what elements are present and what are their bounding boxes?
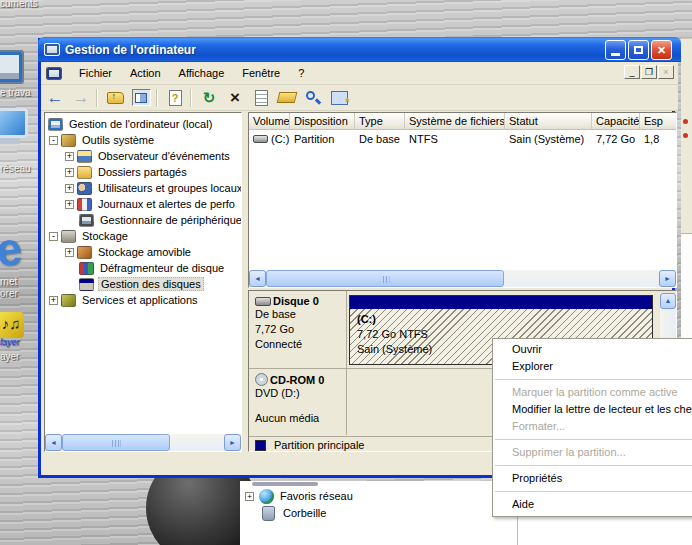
network-places-icon[interactable] (0, 108, 28, 138)
menu-item-explorer[interactable]: Explorer (493, 358, 692, 375)
menu-separator (495, 491, 692, 492)
internet-explorer-icon[interactable]: e (0, 221, 24, 277)
tree-item-dossiers-partages[interactable]: + Dossiers partagés (45, 164, 241, 180)
column-systeme-fichiers[interactable]: Système de fichiers (405, 113, 505, 130)
menu-separator (495, 379, 692, 380)
scroll-up-icon[interactable]: ▲ (660, 293, 676, 309)
mdi-minimize-button[interactable]: _ (624, 65, 640, 79)
show-hide-console-tree-icon[interactable] (129, 87, 153, 109)
menu-fenetre[interactable]: Fenêtre (233, 65, 289, 81)
menu-item-marquer-active: Marquer la partition comme active (493, 384, 692, 401)
help-icon[interactable]: ? (163, 87, 187, 109)
menu-item-modifier-lettre[interactable]: Modifier la lettre de lecteur et les che… (493, 401, 692, 418)
volume-list-panel: Volume Disposition Type Système de fichi… (248, 112, 677, 288)
menu-item-aide[interactable]: Aide (493, 496, 692, 513)
column-capacite[interactable]: Capacité (592, 113, 640, 130)
tree-item-stockage[interactable]: - Stockage (45, 228, 241, 244)
tree-item-gestionnaire-peripheriques[interactable]: Gestionnaire de périphériques (45, 212, 241, 228)
refresh-icon[interactable]: ↻ (197, 87, 221, 109)
mmc-icon (46, 67, 62, 80)
menu-affichage[interactable]: Affichage (170, 65, 234, 81)
delete-icon[interactable]: × (223, 87, 247, 109)
volume-list-header: Volume Disposition Type Système de fichi… (249, 113, 676, 130)
my-computer-icon[interactable] (0, 50, 24, 84)
tree-item-corbeille[interactable]: Corbeille (260, 505, 326, 521)
column-volume[interactable]: Volume (249, 113, 290, 130)
column-type[interactable]: Type (355, 113, 405, 130)
tree-item-outils-systeme[interactable]: - Outils système (45, 132, 241, 148)
tree-item-label[interactable]: Favoris réseau (280, 490, 353, 502)
tree-item-gestion-des-disques[interactable]: Gestion des disques (45, 276, 241, 292)
column-espace[interactable]: Esp (640, 113, 677, 130)
column-statut[interactable]: Statut (505, 113, 592, 130)
minimize-button[interactable] (605, 40, 626, 60)
views-icon[interactable]: * (327, 87, 351, 109)
disk-0-descriptor[interactable]: Disque 0 De base 7,72 Go Connecté (251, 291, 347, 368)
tree-item-defragmenteur[interactable]: Défragmenteur de disque (45, 260, 241, 276)
expand-icon[interactable]: + (65, 200, 74, 209)
internet-explorer-label-1[interactable]: rnet (0, 276, 17, 287)
collapse-icon[interactable]: - (49, 136, 58, 145)
network-places-label[interactable]: réseau (0, 163, 31, 174)
menu-aide[interactable]: ? (289, 65, 313, 81)
back-icon[interactable]: ← (43, 87, 67, 109)
scroll-right-icon[interactable]: ► (224, 434, 241, 451)
local-users-groups-icon (77, 182, 92, 195)
mdi-close-button: × (658, 65, 674, 79)
properties-icon[interactable] (249, 87, 273, 109)
disk-icon (255, 297, 271, 306)
partition-size: 7,72 Go NTFS (357, 327, 432, 342)
scroll-left-icon[interactable]: ◄ (249, 270, 266, 287)
partition-context-menu: Ouvrir Explorer Marquer la partition com… (492, 338, 692, 517)
open-icon[interactable] (275, 87, 299, 109)
column-disposition[interactable]: Disposition (290, 113, 355, 130)
red-mark-icon (683, 119, 688, 124)
menu-item-ouvrir[interactable]: Ouvrir (493, 341, 692, 358)
tree-item-favoris-reseau[interactable]: + Favoris réseau (245, 488, 353, 504)
scrollbar-thumb[interactable] (266, 270, 504, 287)
disk-defragmenter-icon (79, 262, 94, 275)
maximize-button[interactable] (628, 40, 649, 60)
expand-icon[interactable]: + (49, 296, 58, 305)
window-icon (44, 43, 60, 56)
volume-list-horizontal-scrollbar[interactable]: ◄ ► (249, 270, 676, 287)
find-icon[interactable] (301, 87, 325, 109)
volume-row-c[interactable]: (C:) Partition De base NTFS Sain (Systèm… (249, 130, 676, 147)
tree-item-journaux-alertes[interactable]: + Journaux et alertes de perfo (45, 196, 241, 212)
shared-folders-icon (77, 166, 92, 179)
internet-explorer-label-2[interactable]: orer (0, 288, 18, 299)
window-title: Gestion de l'ordinateur (65, 43, 196, 57)
tree-horizontal-scrollbar[interactable]: ◄ ► (45, 434, 241, 451)
menu-fichier[interactable]: Fichier (70, 65, 121, 81)
collapse-icon[interactable]: - (49, 232, 58, 241)
menu-item-proprietes[interactable]: Propriétés (493, 470, 692, 487)
up-one-level-icon[interactable]: ↑ (103, 87, 127, 109)
tree-item-label[interactable]: Corbeille (283, 507, 326, 519)
menu-separator (495, 465, 692, 466)
my-computer-label[interactable]: e trava (0, 87, 31, 98)
tree-item-services-applications[interactable]: + Services et applications (45, 292, 241, 308)
cdrom-descriptor[interactable]: CD-ROM 0 DVD (D:) Aucun média (251, 369, 347, 435)
expand-icon[interactable]: + (65, 152, 74, 161)
tree-item-stockage-amovible[interactable]: + Stockage amovible (45, 244, 241, 260)
mdi-restore-button[interactable]: ❐ (641, 65, 657, 79)
expand-icon[interactable]: + (65, 248, 74, 257)
scrollbar-thumb[interactable] (62, 434, 170, 451)
tree-item-utilisateurs-groupes[interactable]: + Utilisateurs et groupes locaux (45, 180, 241, 196)
network-globe-icon (259, 489, 274, 504)
scroll-right-icon[interactable]: ► (659, 270, 676, 287)
title-bar[interactable]: Gestion de l'ordinateur ✕ (38, 37, 681, 62)
expander-icon[interactable]: + (245, 492, 254, 501)
close-button[interactable]: ✕ (651, 40, 672, 60)
menu-action[interactable]: Action (121, 65, 170, 81)
expand-icon[interactable]: + (65, 168, 74, 177)
tree-item-gestion-ordinateur[interactable]: Gestion de l'ordinateur (local) (45, 116, 241, 132)
media-player-icon[interactable]: ♪♫ (0, 312, 24, 338)
tree-item-observateur-evenements[interactable]: + Observateur d'événements (45, 148, 241, 164)
partition-health: Sain (Système) (357, 342, 432, 357)
expand-icon[interactable]: + (65, 184, 74, 193)
scroll-left-icon[interactable]: ◄ (45, 434, 62, 451)
disk-management-icon (79, 278, 94, 291)
media-player-label-1[interactable]: layer (0, 337, 20, 347)
media-player-label-2[interactable]: ayer (0, 351, 19, 362)
